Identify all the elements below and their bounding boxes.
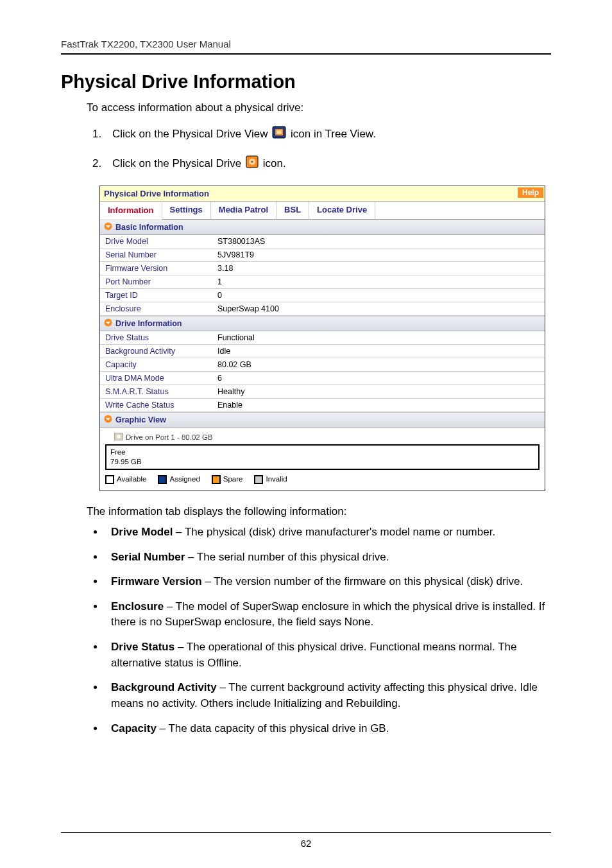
list-item: Background Activity – The current backgr… [105, 680, 551, 711]
tab-bsl[interactable]: BSL [276, 202, 309, 219]
kv-value: 6 [212, 372, 545, 385]
swatch-invalid [254, 475, 263, 484]
term: Firmware Version [111, 575, 202, 587]
step-1-text-b: icon in Tree View. [291, 128, 376, 140]
term: Enclosure [111, 600, 164, 612]
list-item: Capacity – The data capacity of this phy… [105, 721, 551, 737]
kv-value: 1 [212, 275, 545, 289]
tab-locate-drive[interactable]: Locate Drive [309, 202, 375, 219]
table-row: Background ActivityIdle [100, 345, 545, 358]
kv-value: ST380013AS [212, 235, 545, 248]
step-2-text-a: Click on the Physical Drive [112, 157, 244, 169]
section-drive-information: Drive Information [100, 316, 545, 331]
list-item: Enclosure – The model of SuperSwap enclo… [105, 599, 551, 630]
tab-settings[interactable]: Settings [162, 202, 211, 219]
kv-key: Ultra DMA Mode [100, 372, 212, 385]
kv-key: Target ID [100, 289, 212, 302]
physical-drive-icon [246, 155, 259, 173]
collapse-icon[interactable] [104, 318, 112, 329]
panel-title: Physical Drive Information [104, 189, 209, 198]
step-1: Click on the Physical Drive View icon in… [105, 126, 551, 144]
section-basic-information: Basic Information [100, 220, 545, 235]
help-button[interactable]: Help [518, 187, 543, 198]
kv-key: Enclosure [100, 302, 212, 316]
screenshot-panel: Physical Drive Information Help Informat… [99, 186, 545, 491]
list-item: Firmware Version – The version number of… [105, 574, 551, 590]
panel-titlebar: Physical Drive Information Help [100, 186, 545, 202]
table-row: Ultra DMA Mode6 [100, 372, 545, 385]
drive-mini-icon [114, 433, 123, 442]
kv-value: SuperSwap 4100 [212, 302, 545, 316]
after-screenshot-text: The information tab displays the followi… [87, 505, 551, 518]
basic-info-table: Drive ModelST380013AS Serial Number5JV98… [100, 235, 545, 316]
section-graphic-view: Graphic View [100, 412, 545, 428]
step-2: Click on the Physical Drive icon. [105, 155, 551, 173]
kv-key: Capacity [100, 358, 212, 372]
legend-invalid: Invalid [254, 475, 287, 484]
legend-assigned-label: Assigned [169, 475, 200, 483]
list-item: Drive Model – The physical (disk) drive … [105, 525, 551, 541]
svg-rect-2 [276, 130, 282, 134]
term: Capacity [111, 722, 157, 734]
legend-assigned: Assigned [158, 475, 200, 484]
tab-bar: Information Settings Media Patrol BSL Lo… [100, 202, 545, 220]
legend-invalid-label: Invalid [266, 475, 287, 483]
running-header: FastTrak TX2200, TX2300 User Manual [61, 39, 551, 49]
legend-spare: Spare [212, 475, 243, 484]
swatch-assigned [158, 475, 167, 484]
section-graphic-label: Graphic View [115, 415, 166, 424]
section-drive-label: Drive Information [115, 319, 182, 328]
term: Background Activity [111, 681, 217, 693]
kv-key: Background Activity [100, 345, 212, 358]
table-row: EnclosureSuperSwap 4100 [100, 302, 545, 316]
graphic-view-body: Drive on Port 1 - 80.02 GB Free 79.95 GB… [100, 428, 545, 490]
table-row: Target ID0 [100, 289, 545, 302]
step-2-text-b: icon. [263, 157, 286, 169]
table-row: Port Number1 [100, 275, 545, 289]
kv-key: Drive Status [100, 331, 212, 345]
collapse-icon[interactable] [104, 415, 112, 425]
list-item: Drive Status – The operational of this p… [105, 639, 551, 671]
definition: – The serial number of this physical dri… [185, 551, 389, 563]
kv-value: 80.02 GB [212, 358, 545, 372]
description-list: Drive Model – The physical (disk) drive … [87, 525, 551, 736]
swatch-spare [212, 475, 221, 484]
kv-value: 0 [212, 289, 545, 302]
tab-media-patrol[interactable]: Media Patrol [211, 202, 276, 219]
kv-key: Port Number [100, 275, 212, 289]
drive-info-table: Drive StatusFunctional Background Activi… [100, 331, 545, 412]
kv-key: Serial Number [100, 248, 212, 262]
intro-text: To access information about a physical d… [87, 101, 551, 114]
swatch-available [105, 475, 114, 484]
steps-list: Click on the Physical Drive View icon in… [87, 126, 551, 173]
kv-key: Write Cache Status [100, 399, 212, 412]
section-basic-label: Basic Information [115, 223, 183, 232]
collapse-icon[interactable] [104, 222, 112, 232]
drive-on-port-text: Drive on Port 1 - 80.02 GB [126, 433, 213, 441]
drive-on-port-label: Drive on Port 1 - 80.02 GB [114, 433, 540, 442]
table-row: Write Cache StatusEnable [100, 399, 545, 412]
page-number: 62 [61, 832, 551, 849]
list-item: Serial Number – The serial number of thi… [105, 550, 551, 566]
legend-available-label: Available [117, 475, 146, 483]
physical-drive-view-icon [272, 126, 286, 144]
table-row: Firmware Version3.18 [100, 262, 545, 275]
tab-information[interactable]: Information [100, 202, 162, 220]
term: Serial Number [111, 551, 185, 563]
kv-value: Enable [212, 399, 545, 412]
term: Drive Status [111, 641, 174, 653]
legend-spare-label: Spare [223, 475, 243, 483]
usage-free-label: Free [110, 447, 534, 457]
table-row: Capacity80.02 GB [100, 358, 545, 372]
definition: – The data capacity of this physical dri… [157, 722, 389, 734]
definition: – The physical (disk) drive manufacturer… [173, 526, 495, 538]
table-row: S.M.A.R.T. StatusHealthy [100, 385, 545, 399]
table-row: Drive ModelST380013AS [100, 235, 545, 248]
definition: – The version number of the firmware on … [202, 575, 523, 587]
kv-value: 5JV981T9 [212, 248, 545, 262]
kv-value: 3.18 [212, 262, 545, 275]
term: Drive Model [111, 526, 173, 538]
kv-value: Functional [212, 331, 545, 345]
legend-available: Available [105, 475, 146, 484]
usage-legend: Available Assigned Spare Invalid [105, 475, 540, 484]
